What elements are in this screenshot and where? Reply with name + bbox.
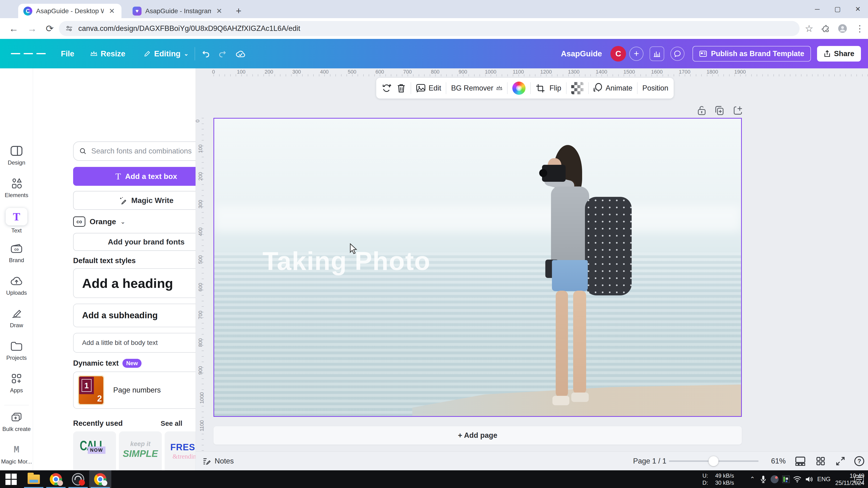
add-page-icon[interactable] [733,105,743,116]
profile-avatar-icon[interactable] [838,24,847,33]
add-page-button[interactable]: + Add page [214,426,742,445]
canva-favicon: C [23,7,32,15]
dynamic-text-label: Dynamic text New [73,359,142,368]
insights-button[interactable] [650,46,664,61]
font-style-keep-it-simple[interactable]: keep it SIMPLE [119,431,162,470]
sidebar-item-bulk-create[interactable]: Bulk create [0,411,33,432]
font-style-call-now[interactable]: CALL NOW [73,431,116,470]
start-button[interactable] [0,470,22,488]
taskbar-file-explorer[interactable] [23,470,45,488]
page-indicator: Page 1 / 1 [633,452,666,470]
bookmark-star-icon[interactable]: ☆ [805,23,813,34]
add-member-button[interactable]: + [629,47,644,61]
zoom-slider[interactable] [669,460,758,462]
color-picker-button[interactable] [512,82,526,95]
add-subheading-card[interactable]: Add a subheading [73,304,196,327]
bg-remover-button[interactable]: BG Remover [451,84,502,92]
pencil-icon [144,50,151,57]
tab-close-icon[interactable]: ✕ [107,7,116,15]
crop-button[interactable] [535,84,545,93]
magic-write-button[interactable]: Magic Write [73,191,196,210]
sidebar-item-projects[interactable]: Projects [0,339,33,361]
editing-mode-dropdown[interactable]: Editing ⌄ [144,49,188,58]
pages-view-button[interactable] [795,452,806,470]
page-numbers-card[interactable]: 12 Page numbers [73,371,196,409]
notification-center-icon[interactable] [852,470,866,488]
add-text-box-button[interactable]: T Add a text box [73,167,196,186]
recently-used-see-all[interactable]: See all [161,420,182,427]
transparency-button[interactable] [571,82,584,94]
user-avatar[interactable]: C [611,46,626,62]
add-brand-fonts-button[interactable]: Add your brand fonts [73,233,196,251]
delete-icon[interactable] [397,83,406,93]
taskbar-chrome-2[interactable] [89,470,111,488]
zoom-slider-thumb[interactable] [709,456,718,466]
volume-tray-icon[interactable] [803,470,815,488]
file-menu[interactable]: File [61,49,74,58]
back-icon[interactable]: ← [9,23,19,34]
brand-kit-icon: co [10,242,23,255]
font-style-fresh-trending[interactable]: FRESH &trending [165,431,196,470]
font-search[interactable] [73,141,196,161]
help-button[interactable]: ? [854,452,865,470]
site-settings-icon[interactable] [65,25,73,33]
publish-brand-template-button[interactable]: Publish as Brand Template [692,46,811,62]
extensions-icon[interactable] [821,24,830,33]
sidebar-item-apps[interactable]: Apps [0,372,33,394]
fullscreen-button[interactable] [835,452,845,470]
microphone-tray-icon[interactable] [758,470,769,488]
windows-taskbar: U:49 kB/s D:30 kB/s ⌃ ENG 10:49 25/11/20… [0,470,868,488]
comments-button[interactable] [670,47,684,61]
close-button[interactable]: ✕ [848,0,868,18]
sidebar-item-text[interactable]: T Text [0,208,33,234]
flip-button[interactable]: Flip [550,84,561,92]
recorder-tray-icon[interactable] [769,470,780,488]
edit-image-button[interactable]: Edit [416,84,441,93]
wifi-tray-icon[interactable] [792,470,802,488]
search-input[interactable] [91,147,196,155]
share-button[interactable]: Share [817,46,861,62]
sidebar-item-elements[interactable]: Elements [0,177,33,198]
animate-button[interactable]: Animate [593,83,632,93]
design-page[interactable]: Taking Photo [214,118,742,417]
canvas-text-element[interactable]: Taking Photo [262,246,431,276]
sea-horizon [214,206,741,232]
minimize-button[interactable]: ─ [807,0,828,18]
grid-view-button[interactable] [816,452,826,470]
page-numbers-thumbnail: 12 [78,375,104,405]
sidebar-item-brand[interactable]: co Brand [0,242,33,264]
canvas-workspace[interactable]: 0100200300400500600700800900100011001200… [196,68,868,451]
sidebar-item-design[interactable]: Design [0,144,33,166]
url-text: canva.com/design/DAGXFBBoiYg/0U8xD9Q6AHZ… [78,24,794,33]
sidebar-item-magic-morph[interactable]: M Magic Mor... [0,443,33,465]
tab-instagram-post[interactable]: ♥ AsapGuide - Instagram Post ✕ [127,4,229,18]
sidebar-item-draw[interactable]: Draw [0,307,33,329]
network-speed-indicator: U:49 kB/s D:30 kB/s [691,470,745,488]
forward-icon[interactable]: → [27,23,37,34]
reload-icon[interactable]: ⟳ [46,23,54,34]
taskbar-chrome-1[interactable] [45,470,67,488]
tab-desktop-wallpaper[interactable]: C AsapGuide - Desktop Wallpape ✕ [18,4,121,18]
address-bar[interactable]: canva.com/design/DAGXFBBoiYg/0U8xD9Q6AHZ… [59,21,800,36]
replace-icon[interactable] [381,83,392,93]
new-tab-button[interactable]: + [236,7,241,15]
add-heading-card[interactable]: Add a heading [73,268,196,298]
duplicate-page-icon[interactable] [714,105,725,116]
language-indicator[interactable]: ENG [816,470,832,488]
notes-button[interactable]: Notes [203,452,234,470]
home-menu-icon[interactable] [11,51,46,56]
brand-kit-row[interactable]: co Orange ⌄ Edit [73,215,196,228]
position-button[interactable]: Position [642,84,668,92]
redo-button[interactable] [218,50,227,58]
maximize-button[interactable]: ▢ [828,0,848,18]
sidebar-item-uploads[interactable]: Uploads [0,274,33,296]
resize-button[interactable]: Resize [90,49,125,58]
app-window-tray-icon[interactable] [781,470,791,488]
undo-button[interactable] [201,50,211,58]
tray-expand-icon[interactable]: ⌃ [747,470,757,488]
taskbar-obs[interactable] [67,470,89,488]
browser-menu-icon[interactable]: ⋮ [855,23,864,34]
unlock-icon[interactable] [697,105,706,116]
add-body-text-card[interactable]: Add a little bit of body text [73,333,196,353]
tab-close-icon[interactable]: ✕ [215,7,224,15]
